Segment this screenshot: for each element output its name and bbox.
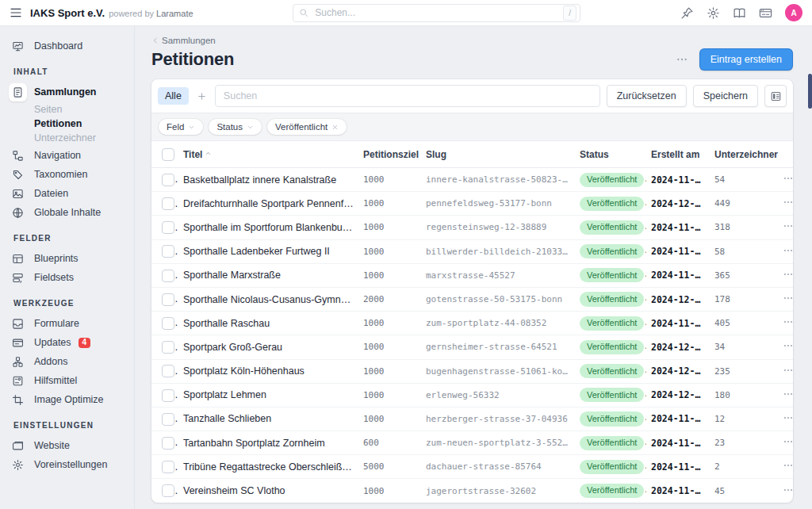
row-checkbox[interactable] [162,317,174,330]
status-badge: Veröffentlicht [580,220,644,235]
entry-signers: 54 [710,168,775,192]
page-actions-button[interactable] [676,53,688,66]
row-actions-button[interactable] [783,484,793,496]
sidebar-item-navigation[interactable]: Navigation [12,146,134,165]
row-actions-button[interactable] [783,460,793,471]
create-entry-button[interactable]: Eintrag erstellen [699,48,793,71]
chevron-down-icon [188,124,195,131]
row-actions-button[interactable] [783,197,793,208]
column-header-slug[interactable]: Slug [421,141,575,168]
entry-title-link[interactable]: Tanzhalle Schlieben [178,407,358,431]
save-button[interactable]: Speichern [693,85,758,107]
entry-title-link[interactable]: Sporthalle Nicolaus-Cusanus-Gymnasium [178,287,358,311]
sidebar-item-globale-inhalte[interactable]: Globale Inhalte [12,203,134,222]
breadcrumb[interactable]: Sammlungen [151,36,216,45]
row-checkbox[interactable] [162,270,174,282]
view-tab-all[interactable]: Alle [158,87,189,105]
filter-toolbar: Alle Zurücksetzen Speichern [151,79,793,113]
row-checkbox[interactable] [162,365,174,377]
entry-title-link[interactable]: Sporthalle im Sportforum Blankenburg (Ha… [178,216,358,239]
entry-signers: 58 [710,239,775,263]
entry-title-link[interactable]: Sporthalle Ladenbeker Furtweg II [178,239,358,263]
sidebar-item-taxonomien[interactable]: Taxonomien [12,165,134,184]
add-view-icon[interactable] [197,91,207,101]
close-icon[interactable] [331,124,339,131]
filter-search-input[interactable] [215,85,600,107]
row-actions-button[interactable] [783,388,793,400]
row-checkbox[interactable] [162,461,174,473]
column-header-status[interactable]: Status [575,141,646,168]
select-all-checkbox[interactable] [162,148,174,161]
entry-title-link[interactable]: Sportplatz Köln-Höhenhaus [178,359,358,383]
global-search-input[interactable] [313,6,558,19]
sidebar-item-formulare[interactable]: Formulare [12,314,134,333]
sidebar-item-image-optimize[interactable]: Image Optimize [12,390,134,409]
sidebar-item-dashboard[interactable]: Dashboard [12,36,134,55]
row-checkbox[interactable] [162,293,174,306]
column-header-titel[interactable]: Titel [178,141,358,168]
column-header-unterzeichner[interactable]: Unterzeichner [710,141,775,168]
reset-button[interactable]: Zurücksetzen [607,85,687,107]
column-header-petitionsziel[interactable]: Petitionsziel [358,141,421,168]
filter-chip-feld[interactable]: Feld [159,119,203,135]
filter-chip-status[interactable]: Status [209,119,262,135]
sidebar-item-hilfsmittel[interactable]: Hilfsmittel [12,371,134,390]
sidebar-item-voreinstellungen[interactable]: Voreinstellungen [12,455,134,474]
entry-slug: erlenweg-56332 [421,383,575,407]
row-actions-button[interactable] [783,245,793,256]
row-checkbox[interactable] [162,341,174,354]
view-site-icon[interactable] [759,6,772,20]
columns-icon [770,90,782,102]
main-content: Sammlungen Petitionen Eintrag erstellen … [135,26,812,509]
entry-title-link[interactable]: Sporthalle Marxstraße [178,263,358,287]
entry-title-link[interactable]: Vereinsheim SC Vlotho [178,479,358,503]
menu-icon[interactable] [10,6,22,19]
entry-title-link[interactable]: Dreifachturnhalle Sportpark Pennenfeld [178,192,358,216]
sidebar-item-website[interactable]: Website [12,436,134,455]
entry-title-link[interactable]: Sportpark Groß-Gerau [178,335,358,359]
sidebar-item-dateien[interactable]: Dateien [12,184,134,203]
entry-title-link[interactable]: Tartanbahn Sportplatz Zornheim [178,431,358,455]
global-search[interactable]: / [293,4,580,22]
row-checkbox[interactable] [162,197,174,210]
row-actions-button[interactable] [783,412,793,423]
row-actions-button[interactable] [783,293,793,304]
entry-title-link[interactable]: Basketballplatz innere Kanalstraße [178,168,358,192]
avatar[interactable]: A [785,4,802,21]
row-checkbox[interactable] [162,484,174,497]
scrollbar-thumb[interactable] [808,74,812,109]
sidebar-item-addons[interactable]: Addons [12,352,134,371]
row-actions-button[interactable] [783,173,793,184]
row-actions-button[interactable] [783,316,793,327]
entry-status: Veröffentlicht [575,479,646,503]
entry-title-link[interactable]: Tribüne Regattastrecke Oberschleißheim [178,455,358,479]
sidebar-item-updates[interactable]: Updates4 [12,333,134,352]
row-actions-button[interactable] [783,269,793,280]
sidebar-subitem-seiten[interactable]: Seiten [34,102,134,116]
sidebar-subitem-unterzeichner[interactable]: Unterzeichner [34,131,134,144]
column-header-erstellt-am[interactable]: Erstellt am [646,141,710,168]
entry-title-link[interactable]: Sporthalle Raschau [178,312,358,335]
pin-icon[interactable] [680,6,694,20]
entry-title-link[interactable]: Sportplatz Lehmen [178,383,358,407]
docs-book-icon[interactable] [733,6,746,20]
gear-icon[interactable] [707,6,720,20]
sidebar-item-sammlungen[interactable]: Sammlungen [12,82,134,101]
filter-chip-ver-ffentlicht[interactable]: Veröffentlicht [267,119,347,135]
sidebar-item-label: Blueprints [34,253,79,264]
row-checkbox[interactable] [162,389,174,402]
dashboard-icon [12,40,24,52]
columns-button[interactable] [764,85,787,107]
row-checkbox[interactable] [162,437,174,450]
row-actions-button[interactable] [783,340,793,351]
row-actions-button[interactable] [783,220,793,232]
row-checkbox[interactable] [162,221,174,234]
row-actions-button[interactable] [783,436,793,447]
sidebar-item-fieldsets[interactable]: Fieldsets [12,268,134,287]
row-actions-button[interactable] [783,365,793,376]
row-checkbox[interactable] [162,245,174,258]
sidebar-item-blueprints[interactable]: Blueprints [12,249,134,268]
sidebar-subitem-petitionen[interactable]: Petitionen [34,117,134,130]
row-checkbox[interactable] [162,174,174,186]
row-checkbox[interactable] [162,413,174,426]
